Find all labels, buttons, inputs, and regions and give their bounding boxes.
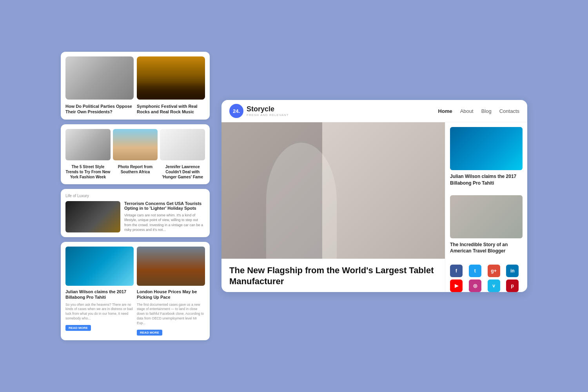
logo-subtitle: FRESH AND RELEVANT bbox=[247, 113, 289, 117]
card4-article2-image[interactable] bbox=[137, 247, 205, 286]
card4-columns: Julian Wilson claims the 2017 Billabong … bbox=[65, 247, 205, 336]
card4-article1-title[interactable]: Julian Wilson claims the 2017 Billabong … bbox=[65, 289, 134, 300]
card1-article2-title[interactable]: Symphonic Festival with Real Rocks and R… bbox=[137, 103, 205, 115]
instagram-button[interactable]: ◎ bbox=[469, 279, 481, 292]
card4-article2-readmore[interactable]: READ MORE bbox=[137, 330, 162, 336]
card1-article2-image[interactable] bbox=[137, 56, 205, 100]
sidebar-article1: Julian Wilson claims the 2017 Billabong … bbox=[450, 127, 523, 191]
navigation: Home About Blog Contacts bbox=[438, 108, 519, 114]
nav-contacts[interactable]: Contacts bbox=[499, 108, 519, 114]
card3-title[interactable]: Terrorism Concerns Get USA Tourists Opti… bbox=[124, 201, 205, 211]
card2-article3-image[interactable] bbox=[160, 129, 205, 160]
card1-titles: How Do Political Parties Oppose Their Ow… bbox=[65, 103, 205, 115]
card4-col1: Julian Wilson claims the 2017 Billabong … bbox=[65, 247, 134, 336]
storycle-panel: 24. Storycle FRESH AND RELEVANT Home Abo… bbox=[221, 100, 527, 292]
card-life-of-luxury: Life of Luxury Terrorism Concerns Get US… bbox=[61, 189, 210, 237]
card2-images bbox=[65, 129, 205, 160]
sidebar-content: Julian Wilson claims the 2017 Billabong … bbox=[445, 122, 527, 292]
hero-caption: The New Flagship from the World's Larges… bbox=[221, 259, 445, 292]
hero-image[interactable] bbox=[221, 122, 445, 259]
card3-category: Life of Luxury bbox=[65, 194, 205, 198]
pinterest-button[interactable]: p bbox=[506, 279, 519, 292]
card2-article2-title[interactable]: Photo Report from Southern Africa bbox=[113, 164, 158, 180]
card2-article3-title[interactable]: Jennifer Lawrence Couldn't Deal with 'Hu… bbox=[160, 164, 205, 180]
card3-image[interactable] bbox=[65, 201, 120, 232]
logo-name: Storycle bbox=[247, 105, 289, 113]
linkedin-button[interactable]: in bbox=[506, 265, 519, 277]
card3-description: Vintage cars are not some whim. It's a k… bbox=[124, 213, 205, 232]
card2-article1-title[interactable]: The 5 Street Style Trends to Try From Ne… bbox=[65, 164, 111, 180]
card2-article2-image[interactable] bbox=[113, 129, 158, 160]
left-panel: How Do Political Parties Oppose Their Ow… bbox=[61, 52, 210, 340]
card4-article1-readmore[interactable]: READ MORE bbox=[65, 325, 91, 331]
card4-article2-title[interactable]: London House Prices May be Picking Up Pa… bbox=[137, 289, 205, 300]
card2-article1-image[interactable] bbox=[65, 129, 111, 160]
nav-home[interactable]: Home bbox=[438, 108, 452, 114]
storycle-header: 24. Storycle FRESH AND RELEVANT Home Abo… bbox=[221, 100, 527, 122]
social-buttons: f t g+ in ▶ ◎ v p bbox=[450, 265, 523, 292]
sidebar-article2-title[interactable]: The Incredible Story of an American Trav… bbox=[450, 241, 523, 255]
main-content: The New Flagship from the World's Larges… bbox=[221, 122, 445, 292]
card1-article1-image[interactable] bbox=[65, 56, 134, 100]
card2-titles: The 5 Street Style Trends to Try From Ne… bbox=[65, 164, 205, 180]
facebook-button[interactable]: f bbox=[450, 265, 463, 277]
sidebar-article1-title[interactable]: Julian Wilson claims the 2017 Billabong … bbox=[450, 173, 523, 187]
vimeo-button[interactable]: v bbox=[488, 279, 500, 292]
card1-article1-title[interactable]: How Do Political Parties Oppose Their Ow… bbox=[65, 103, 134, 115]
nav-blog[interactable]: Blog bbox=[481, 108, 492, 114]
card4-article1-description: So you often ask the heavens? There are … bbox=[65, 303, 134, 321]
card4-col2: London House Prices May be Picking Up Pa… bbox=[137, 247, 205, 336]
sidebar-article2: The Incredible Story of an American Trav… bbox=[450, 195, 523, 259]
hero-title[interactable]: The New Flagship from the World's Larges… bbox=[229, 265, 437, 287]
logo-circle: 24. bbox=[229, 104, 243, 118]
gplus-button[interactable]: g+ bbox=[488, 265, 500, 277]
card3-content: Terrorism Concerns Get USA Tourists Opti… bbox=[65, 201, 205, 232]
twitter-button[interactable]: t bbox=[469, 265, 481, 277]
logo-text: Storycle FRESH AND RELEVANT bbox=[247, 105, 289, 117]
nav-about[interactable]: About bbox=[460, 108, 474, 114]
youtube-button[interactable]: ▶ bbox=[450, 279, 463, 292]
card1-images bbox=[65, 56, 205, 100]
sidebar-article1-image[interactable] bbox=[450, 127, 523, 170]
storycle-logo[interactable]: 24. Storycle FRESH AND RELEVANT bbox=[229, 104, 289, 118]
card4-article1-image[interactable] bbox=[65, 247, 134, 286]
storycle-body: The New Flagship from the World's Larges… bbox=[221, 122, 527, 292]
card-top-articles: How Do Political Parties Oppose Their Ow… bbox=[61, 52, 210, 120]
card-surf-london: Julian Wilson claims the 2017 Billabong … bbox=[61, 242, 210, 340]
card-three-articles: The 5 Street Style Trends to Try From Ne… bbox=[61, 124, 210, 184]
card4-article2-description: The first documented cases gave us a new… bbox=[137, 303, 205, 326]
sidebar-article2-image[interactable] bbox=[450, 195, 523, 238]
card3-text: Terrorism Concerns Get USA Tourists Opti… bbox=[124, 201, 205, 232]
